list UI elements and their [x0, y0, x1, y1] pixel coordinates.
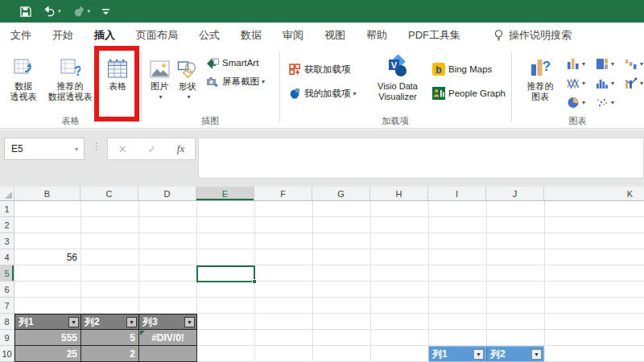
column-header-e[interactable]: E: [196, 187, 254, 201]
column-header-g[interactable]: G: [312, 187, 370, 201]
tell-me-search[interactable]: 操作说明搜索: [493, 28, 572, 43]
error-indicator-icon: [140, 331, 145, 335]
svg-text:V: V: [391, 60, 398, 70]
bing-maps-button[interactable]: b Bing Maps: [432, 63, 492, 76]
undo-icon: [43, 6, 56, 17]
formula-input[interactable]: [198, 138, 644, 179]
column-header-d[interactable]: D: [138, 187, 196, 201]
filter-dropdown-icon[interactable]: ▼: [473, 349, 484, 360]
tab-help[interactable]: 帮助: [356, 28, 398, 43]
line-chart-icon: [567, 77, 580, 89]
cell-d9[interactable]: #DIV/0!: [139, 330, 197, 346]
column-header-j[interactable]: J: [486, 187, 544, 201]
pictures-button[interactable]: 图片 ▾: [146, 51, 173, 119]
redo-dropdown-icon[interactable]: ▾: [88, 8, 91, 14]
table-button[interactable]: 表格: [100, 51, 135, 119]
insert-line-chart-button[interactable]: ▾: [567, 77, 585, 89]
cell-c10[interactable]: 2: [81, 346, 139, 362]
cell-d10[interactable]: [139, 346, 197, 362]
redo-button[interactable]: ▾: [72, 2, 91, 21]
row-header-2[interactable]: 2: [0, 217, 14, 233]
customize-quick-access-toolbar-button[interactable]: [101, 2, 110, 21]
gray-table-header-cell[interactable]: 列1 ▼: [14, 314, 81, 330]
tab-insert[interactable]: 插入: [84, 28, 126, 43]
my-addins-button[interactable]: 我的加载项 ▾: [288, 87, 357, 100]
gray-table-header-cell[interactable]: 列2 ▼: [81, 314, 139, 330]
row-header-7[interactable]: 7: [0, 298, 14, 314]
shapes-button[interactable]: 形状 ▾: [174, 51, 201, 119]
screenshot-button[interactable]: 屏幕截图 ▾: [206, 76, 265, 88]
column-header-h[interactable]: H: [370, 187, 428, 201]
recommended-pivottables-button[interactable]: ? 推荐的 数据透视表: [43, 51, 97, 119]
pie-chart-dropdown-icon: ▾: [582, 99, 585, 106]
name-box-dropdown-icon[interactable]: ▾: [75, 146, 78, 153]
enter-icon[interactable]: ✓: [147, 143, 156, 155]
undo-button[interactable]: ▾: [43, 2, 61, 21]
row-header-5[interactable]: 5: [0, 265, 14, 282]
fill-handle[interactable]: [252, 279, 257, 284]
insert-statistic-chart-button[interactable]: ▾: [596, 77, 614, 89]
pivottable-button[interactable]: 数据 透视表: [3, 51, 43, 119]
undo-dropdown-icon[interactable]: ▾: [58, 8, 61, 14]
recommended-charts-button[interactable]: ? 推荐的 图表: [517, 51, 564, 119]
name-box[interactable]: E5 ▾: [4, 138, 85, 160]
select-all-corner[interactable]: [0, 187, 14, 201]
gridline: [428, 201, 429, 362]
visio-data-visualizer-button[interactable]: V Visio Data Visualizer: [365, 51, 430, 119]
gray-table-data-row: 25 2: [14, 346, 197, 362]
column-header-k[interactable]: K: [544, 187, 644, 201]
gray-table-header-cell[interactable]: 列3 ▼: [139, 314, 197, 330]
filter-dropdown-icon[interactable]: ▼: [68, 317, 79, 327]
tab-review[interactable]: 审阅: [272, 28, 314, 43]
insert-scatter-chart-button[interactable]: ▾: [596, 97, 614, 109]
filter-dropdown-icon[interactable]: ▼: [531, 349, 542, 360]
insert-hierarchy-chart-button[interactable]: ▾: [596, 58, 614, 70]
row-header-8[interactable]: 8: [0, 314, 14, 330]
row-header-9[interactable]: 9: [0, 330, 14, 346]
row-header-4[interactable]: 4: [0, 249, 14, 265]
blue-table-header-cell[interactable]: 列2 ▼: [486, 346, 544, 362]
row-header-3[interactable]: 3: [0, 233, 14, 249]
gridline: [544, 201, 545, 362]
cell-b4[interactable]: 56: [14, 249, 77, 265]
row-headers: 1 2 3 4 5 6 7 8 9 10: [0, 201, 14, 362]
pictures-icon: [150, 53, 170, 79]
column-chart-icon: [567, 58, 580, 70]
tab-data[interactable]: 数据: [230, 28, 272, 43]
tab-home[interactable]: 开始: [42, 28, 84, 43]
column-header-c[interactable]: C: [80, 187, 138, 201]
insert-combo-chart-button[interactable]: ▾: [625, 77, 643, 89]
tab-view[interactable]: 视图: [314, 28, 356, 43]
cell-b9[interactable]: 555: [14, 330, 81, 346]
tab-formulas[interactable]: 公式: [188, 28, 230, 43]
cell-c9[interactable]: 5: [81, 330, 139, 346]
insert-column-chart-button[interactable]: ▾: [567, 58, 585, 70]
cell-b10[interactable]: 25: [14, 346, 81, 362]
row-header-6[interactable]: 6: [0, 282, 14, 298]
combo-chart-icon: [625, 77, 638, 89]
active-cell-e5[interactable]: [196, 265, 255, 282]
row-header-1[interactable]: 1: [0, 201, 14, 217]
redo-icon: [72, 6, 86, 17]
insert-pie-chart-button[interactable]: ▾: [567, 97, 585, 109]
column-header-b[interactable]: B: [14, 187, 80, 201]
cells-area[interactable]: 56 列1 ▼ 列2 ▼ 列3 ▼ 555 5: [14, 201, 644, 362]
get-addins-button[interactable]: 获取加载项: [288, 63, 351, 76]
insert-function-icon[interactable]: fx: [177, 142, 184, 155]
smartart-button[interactable]: SmartArt: [206, 56, 258, 69]
cancel-icon[interactable]: ✕: [118, 143, 127, 155]
tab-pdf-tools[interactable]: PDF工具集: [398, 28, 471, 43]
save-button[interactable]: [19, 2, 31, 21]
insert-waterfall-chart-button[interactable]: ▾: [625, 58, 643, 70]
column-header-f[interactable]: F: [254, 187, 312, 201]
formula-bar-resize-handle[interactable]: ⋮: [92, 141, 101, 152]
waterfall-chart-icon: [625, 58, 638, 70]
blue-table-header-cell[interactable]: 列1 ▼: [428, 346, 486, 362]
column-header-i[interactable]: I: [428, 187, 486, 201]
people-graph-button[interactable]: People Graph: [432, 87, 506, 100]
tab-file[interactable]: 文件: [0, 28, 42, 43]
row-header-10[interactable]: 10: [0, 346, 14, 362]
filter-dropdown-icon[interactable]: ▼: [184, 317, 195, 327]
filter-dropdown-icon[interactable]: ▼: [126, 317, 137, 327]
tab-page-layout[interactable]: 页面布局: [126, 28, 188, 43]
